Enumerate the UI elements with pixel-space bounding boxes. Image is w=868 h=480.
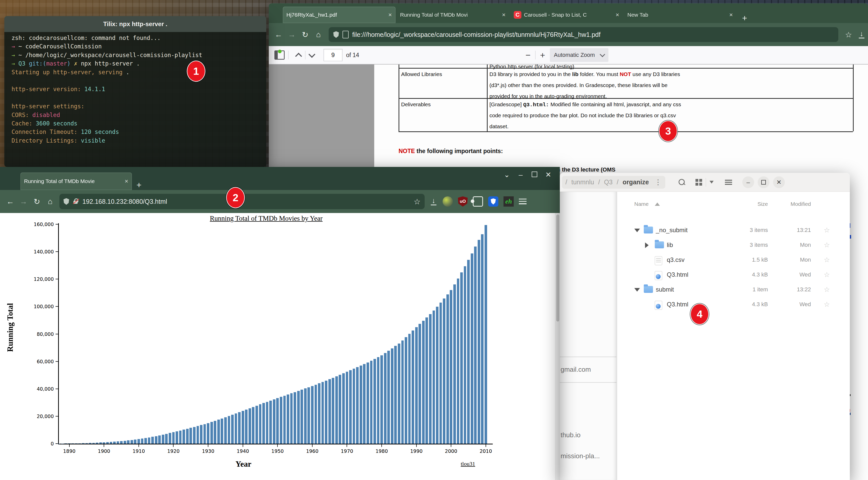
url-bar[interactable]: file:///home/logic/_workspace/carousell-…: [329, 27, 838, 42]
bar-1926: [193, 427, 195, 444]
list-tabs-chevron-icon[interactable]: ⌄: [500, 171, 514, 179]
search-icon[interactable]: [679, 179, 685, 186]
fm-minimize-button[interactable]: –: [742, 176, 754, 188]
fm-menu-hamburger-icon[interactable]: [725, 180, 732, 185]
expander-closed-icon[interactable]: [645, 242, 649, 248]
tab-close-icon[interactable]: ×: [388, 11, 392, 19]
column-header-modified[interactable]: Modified: [767, 201, 811, 207]
new-tab-button[interactable]: +: [136, 180, 142, 190]
favorite-star-icon[interactable]: ☆: [824, 271, 830, 279]
chart-credit-link[interactable]: tlou31: [461, 460, 475, 467]
x-tick-label: 1950: [262, 448, 293, 454]
close-button[interactable]: ✕: [541, 171, 555, 179]
favorite-star-icon[interactable]: ☆: [824, 241, 830, 249]
breadcrumb-q3[interactable]: Q3: [604, 178, 613, 186]
tracking-shield-icon[interactable]: [333, 31, 339, 38]
forward-icon[interactable]: →: [17, 197, 30, 206]
file-row-name[interactable]: Q3.html: [667, 271, 688, 278]
breadcrumb[interactable]: / tunmnlu / Q3 / organize ⋮: [562, 176, 665, 189]
bar-1964: [325, 381, 328, 444]
new-tab-button[interactable]: +: [742, 13, 747, 23]
tab-running-total-of-tmdb-mo[interactable]: Running Total of TMDb Movi×: [397, 7, 509, 23]
eh-extension-icon[interactable]: eh: [503, 197, 514, 207]
page-number-input[interactable]: 9: [323, 49, 342, 61]
file-row-name[interactable]: lib: [667, 241, 673, 248]
bar-1923: [183, 429, 185, 444]
reload-icon[interactable]: ↻: [299, 30, 312, 39]
downloads-icon[interactable]: ↓: [858, 31, 865, 38]
column-header-size[interactable]: Size: [724, 201, 768, 207]
file-row-size: 1 item: [724, 286, 768, 293]
back-icon[interactable]: ←: [272, 30, 285, 39]
home-icon[interactable]: ⌂: [43, 197, 57, 206]
minimize-button[interactable]: –: [514, 171, 528, 179]
scrollbar-thumb[interactable]: [556, 214, 559, 322]
ublock-origin-icon[interactable]: uO: [458, 197, 468, 207]
view-options-caret-icon[interactable]: [710, 181, 714, 184]
next-page-icon[interactable]: [308, 51, 315, 58]
pdf-table-border: [487, 64, 488, 131]
tracking-shield-icon[interactable]: [63, 198, 69, 205]
file-row-name[interactable]: submit: [656, 286, 674, 293]
bar-1941: [245, 410, 248, 444]
tab-carousell-snap-to-list-c[interactable]: CCarousell - Snap to List, C×: [510, 7, 623, 23]
file-list[interactable]: NameSizeModified_no_submit3 items13:21☆l…: [617, 192, 850, 480]
home-icon[interactable]: ⌂: [312, 30, 325, 39]
downloads-icon[interactable]: ↓: [430, 198, 437, 205]
expander-open-icon[interactable]: [634, 229, 640, 232]
grid-view-icon[interactable]: [695, 179, 702, 186]
tab-running-total[interactable]: Running Total of TMDb Movie ×: [21, 173, 132, 190]
favorite-star-icon[interactable]: ☆: [824, 300, 830, 308]
forward-icon[interactable]: →: [285, 30, 299, 39]
bar-1940: [242, 411, 244, 444]
menu-hamburger-icon[interactable]: [519, 199, 527, 204]
url-text[interactable]: file:///home/logic/_workspace/carousell-…: [352, 31, 834, 38]
terminal-output[interactable]: zsh: codecarosuellcom: command not found…: [4, 32, 266, 167]
favorite-star-icon[interactable]: ☆: [824, 226, 830, 234]
file-row-name[interactable]: Q3.html: [667, 301, 688, 308]
file-row-size: 4.3 kB: [724, 271, 768, 278]
zoom-select[interactable]: Automatic Zoom: [550, 48, 609, 62]
bookmark-star-icon[interactable]: ☆: [414, 197, 421, 206]
tab-new-tab[interactable]: New Tab×: [624, 7, 737, 23]
y-axis-line: [58, 223, 59, 444]
tab-close-icon[interactable]: ×: [729, 11, 733, 19]
breadcrumb-tunmnlu[interactable]: tunmnlu: [571, 178, 594, 186]
favorite-star-icon[interactable]: ☆: [824, 286, 830, 294]
terminal-titlebar[interactable]: Tilix: npx http-server .: [4, 16, 266, 32]
bar-1907: [127, 440, 129, 444]
maximize-button[interactable]: [528, 171, 541, 179]
profile-avatar[interactable]: [442, 197, 453, 207]
fm-close-button[interactable]: ✕: [773, 176, 785, 188]
bitwarden-icon[interactable]: [488, 197, 498, 207]
extensions-puzzle-icon[interactable]: [473, 197, 483, 207]
expander-open-icon[interactable]: [634, 288, 640, 292]
tab-close-icon[interactable]: ×: [125, 178, 128, 185]
previous-page-icon[interactable]: [295, 53, 302, 60]
file-row-name[interactable]: q3.csv: [667, 256, 684, 263]
zoom-in-button[interactable]: +: [535, 50, 550, 60]
pdf-row-line: (d3*.js) other than the ones provided. I…: [489, 82, 668, 88]
bar-1981: [384, 353, 386, 444]
breadcrumb-root[interactable]: /: [565, 178, 567, 186]
url-text[interactable]: 192.168.10.232:8080/Q3.html: [83, 198, 410, 205]
zoom-out-button[interactable]: −: [521, 50, 535, 60]
bar-1979: [377, 357, 380, 444]
reload-icon[interactable]: ↻: [30, 197, 43, 206]
bar-1998: [443, 299, 445, 444]
column-header-name[interactable]: Name: [634, 201, 649, 207]
kebab-menu-icon[interactable]: ⋮: [654, 178, 662, 186]
status-green-dot: [278, 50, 282, 53]
fm-maximize-button[interactable]: [758, 176, 770, 188]
sort-ascending-icon[interactable]: [655, 203, 660, 206]
breadcrumb-organize[interactable]: organize: [622, 178, 649, 186]
favorite-star-icon[interactable]: ☆: [824, 256, 830, 264]
tab-close-icon[interactable]: ×: [616, 11, 619, 19]
back-icon[interactable]: ←: [4, 197, 17, 206]
scrollbar[interactable]: [555, 213, 560, 480]
file-row-name[interactable]: _no_submit: [656, 227, 687, 234]
chevron-down-icon: [600, 52, 605, 57]
tab-close-icon[interactable]: ×: [502, 11, 505, 19]
tab-hj76rtyxal-hw1-pdf[interactable]: Hj76RtyXaL_hw1.pdf×: [283, 7, 396, 23]
bookmark-star-icon[interactable]: ☆: [842, 30, 855, 39]
